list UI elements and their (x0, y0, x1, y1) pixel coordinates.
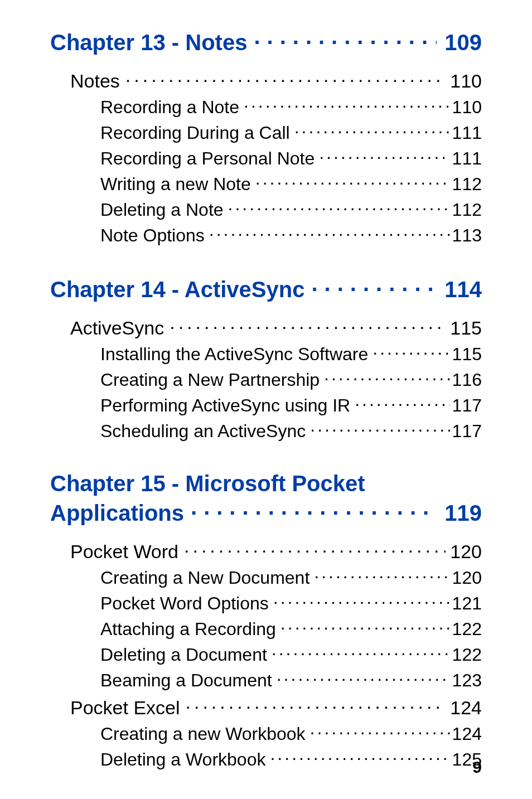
section-page-number: 115 (448, 317, 482, 339)
sub-title: Attaching a Recording (100, 619, 276, 640)
sub-page-number: 111 (451, 123, 482, 143)
leader-dots (125, 69, 446, 88)
toc-sub-row[interactable]: Deleting a Workbook 125 (100, 748, 482, 770)
section-page-number: 124 (448, 697, 482, 719)
leader-dots (244, 95, 450, 113)
toc-section-row[interactable]: Pocket Excel 124 (70, 695, 482, 719)
leader-dots (170, 316, 446, 335)
leader-dots (209, 224, 450, 241)
sub-page-number: 124 (451, 724, 482, 744)
chapter-title: Chapter 14 - ActiveSync (50, 277, 304, 302)
sub-title: Writing a new Note (100, 174, 251, 195)
leader-dots (324, 368, 450, 386)
toc-sub-row[interactable]: Installing the ActiveSync Software 115 (100, 342, 482, 365)
toc-section-row[interactable]: ActiveSync 115 (70, 316, 482, 339)
toc-sub-row[interactable]: Creating a New Document 120 (100, 566, 482, 588)
toc-sub-row[interactable]: Scheduling an ActiveSync 117 (100, 419, 482, 442)
leader-dots (254, 28, 437, 50)
leader-dots (273, 592, 450, 609)
leader-dots (228, 198, 450, 216)
toc-section-row[interactable]: Notes 110 (70, 69, 482, 92)
sub-title: Beaming a Document (100, 670, 272, 691)
section-page-number: 110 (448, 70, 482, 92)
leader-dots (355, 394, 449, 411)
leader-dots (272, 643, 450, 661)
sub-title: Installing the ActiveSync Software (100, 344, 368, 365)
chapter-page-number: 119 (440, 501, 482, 526)
sub-title: Recording a Note (100, 97, 239, 118)
leader-dots (314, 566, 449, 584)
sub-page-number: 117 (451, 421, 482, 442)
sub-title: Note Options (100, 225, 205, 246)
chapter-heading[interactable]: Chapter 14 - ActiveSync 114 (50, 275, 482, 302)
sub-title: Recording a Personal Note (100, 148, 315, 169)
sub-title: Creating a new Workbook (100, 724, 306, 744)
leader-dots (319, 147, 449, 164)
sub-title: Deleting a Document (100, 645, 267, 665)
toc-sub-row[interactable]: Creating a New Partnership 116 (100, 368, 482, 390)
sub-title: Pocket Word Options (100, 593, 269, 614)
toc-sub-row[interactable]: Note Options 113 (100, 224, 482, 246)
leader-dots (310, 419, 449, 437)
footer-page-number: 9 (472, 758, 482, 777)
leader-dots (270, 748, 449, 766)
toc-sub-row[interactable]: Creating a new Workbook 124 (100, 722, 482, 744)
sub-page-number: 115 (451, 344, 482, 365)
chapter-page-number: 109 (440, 30, 482, 55)
sub-page-number: 122 (451, 619, 482, 640)
sub-title: Scheduling an ActiveSync (100, 421, 306, 442)
toc-sub-row[interactable]: Performing ActiveSync using IR 117 (100, 394, 482, 416)
leader-dots (373, 342, 449, 360)
sub-page-number: 121 (451, 593, 482, 614)
toc-sub-row[interactable]: Recording a Personal Note 111 (100, 147, 482, 169)
section-title: Pocket Word (70, 541, 178, 563)
toc-sub-row[interactable]: Deleting a Note 112 (100, 198, 482, 220)
chapter-title-line1: Chapter 15 - Microsoft Pocket (50, 471, 482, 496)
leader-dots (310, 722, 450, 740)
section-title: Pocket Excel (70, 697, 180, 719)
leader-dots (255, 172, 450, 190)
section-page-number: 120 (448, 541, 482, 563)
leader-dots (184, 539, 446, 558)
sub-title: Deleting a Note (100, 200, 224, 220)
sub-title: Recording During a Call (100, 123, 290, 143)
sub-title: Creating a New Partnership (100, 370, 320, 390)
sub-title: Deleting a Workbook (100, 749, 265, 770)
sub-page-number: 110 (451, 97, 482, 118)
sub-page-number: 123 (451, 670, 482, 691)
leader-dots (191, 498, 437, 521)
chapter-title-line2: Applications (50, 501, 184, 526)
toc-sub-row[interactable]: Recording a Note 110 (100, 95, 482, 118)
toc-sub-row[interactable]: Recording During a Call 111 (100, 121, 482, 143)
sub-page-number: 122 (451, 645, 482, 665)
section-title: ActiveSync (70, 317, 164, 339)
section-title: Notes (70, 70, 120, 92)
sub-page-number: 120 (451, 568, 482, 588)
toc-sub-row[interactable]: Attaching a Recording 122 (100, 617, 482, 640)
chapter-heading[interactable]: Chapter 15 - Microsoft Pocket Applicatio… (50, 471, 482, 526)
chapter-title: Chapter 13 - Notes (50, 30, 247, 55)
leader-dots (277, 669, 450, 686)
sub-title: Creating a New Document (100, 568, 309, 588)
toc-sub-row[interactable]: Pocket Word Options 121 (100, 592, 482, 614)
sub-page-number: 112 (451, 174, 482, 195)
sub-page-number: 111 (451, 148, 482, 169)
sub-page-number: 113 (451, 225, 482, 246)
toc-section-row[interactable]: Pocket Word 120 (70, 539, 482, 563)
toc-sub-row[interactable]: Deleting a Document 122 (100, 643, 482, 665)
chapter-page-number: 114 (440, 277, 482, 302)
toc-page: { "chapters": [ { "title": "Chapter 13 -… (0, 0, 532, 799)
toc-sub-row[interactable]: Writing a new Note 112 (100, 172, 482, 195)
sub-page-number: 116 (451, 370, 482, 390)
leader-dots (186, 695, 446, 714)
leader-dots (280, 617, 450, 635)
leader-dots (311, 275, 437, 297)
sub-page-number: 117 (451, 395, 482, 416)
sub-page-number: 112 (451, 200, 482, 220)
sub-title: Performing ActiveSync using IR (100, 395, 350, 416)
toc-sub-row[interactable]: Beaming a Document 123 (100, 669, 482, 691)
leader-dots (294, 121, 450, 139)
chapter-heading[interactable]: Chapter 13 - Notes 109 (50, 28, 482, 55)
